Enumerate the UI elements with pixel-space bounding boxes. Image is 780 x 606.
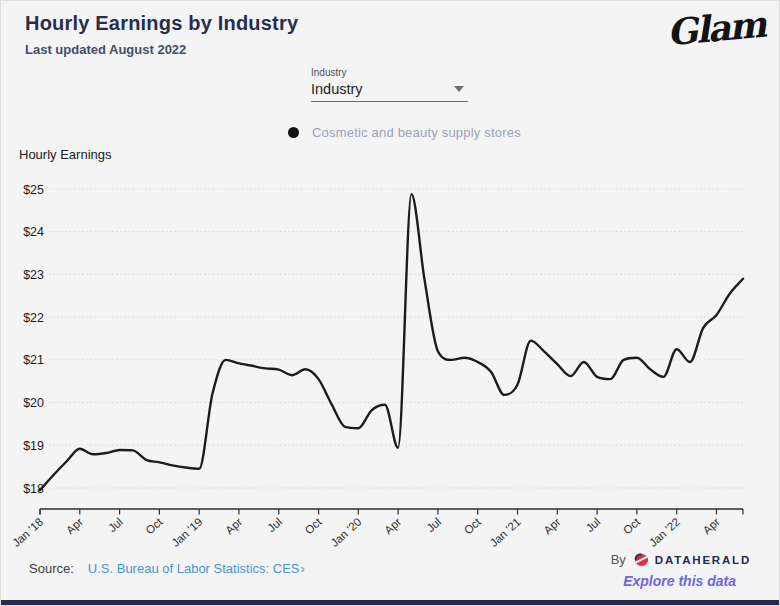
x-tick-label: Apr [382,515,403,536]
source-label: Source: [29,561,74,576]
dataherald-logo-icon [634,553,649,567]
dropdown-label: Industry [311,67,468,78]
x-tick-label: Apr [701,515,722,536]
glam-logo: Glam [666,3,767,53]
dataherald-brand: DATAHERALD [655,554,751,566]
x-tick-label: Oct [621,515,643,536]
chart-page: Hourly Earnings by Industry Last updated… [0,0,780,606]
y-tick-label: $25 [23,183,44,197]
source-row: Source: U.S. Bureau of Labor Statistics:… [29,561,305,576]
by-label: By [611,552,626,567]
x-tick-label: Oct [462,515,484,536]
y-tick-label: $19 [23,439,44,453]
x-tick-label: Apr [541,515,562,536]
y-tick-label: $20 [23,396,44,410]
x-tick-label: Jan '21 [488,516,523,549]
bottom-accent-bar [1,600,779,605]
x-tick-label: Apr [223,515,244,536]
y-tick-label: $21 [23,353,44,367]
x-tick-label: Jul [424,516,443,535]
legend-marker-icon [288,127,299,138]
x-tick-label: Jul [583,516,602,535]
chevron-down-icon[interactable] [454,86,464,92]
y-tick-label: $24 [23,225,44,239]
explore-data-link[interactable]: Explore this data [611,573,751,589]
x-tick-label: Jul [106,516,125,535]
x-tick-label: Jan '19 [169,516,204,549]
credit-block: By DATAHERALD Explore this data [611,552,751,589]
x-tick-label: Oct [303,515,325,536]
x-tick-label: Jan '22 [647,516,682,549]
source-link[interactable]: U.S. Bureau of Labor Statistics: CES› [88,561,305,576]
x-tick-label: Apr [64,515,85,536]
y-axis-title: Hourly Earnings [19,147,112,162]
x-tick-label: Oct [143,515,165,536]
dropdown-selected-value: Industry [311,81,363,97]
legend: Cosmetic and beauty supply stores [288,125,521,140]
y-tick-label: $23 [23,268,44,282]
chevron-right-icon: › [301,561,305,576]
legend-label: Cosmetic and beauty supply stores [312,125,521,140]
line-chart: $18$19$20$21$22$23$24$25Jan '18AprJulOct… [1,171,780,561]
industry-dropdown[interactable]: Industry Industry [311,67,468,102]
y-tick-label: $22 [23,311,44,325]
x-tick-label: Jan '20 [328,516,363,549]
x-tick-label: Jul [265,516,284,535]
page-title: Hourly Earnings by Industry [25,12,298,35]
x-tick-label: Jan '18 [10,516,45,549]
last-updated-subtitle: Last updated August 2022 [25,42,186,57]
